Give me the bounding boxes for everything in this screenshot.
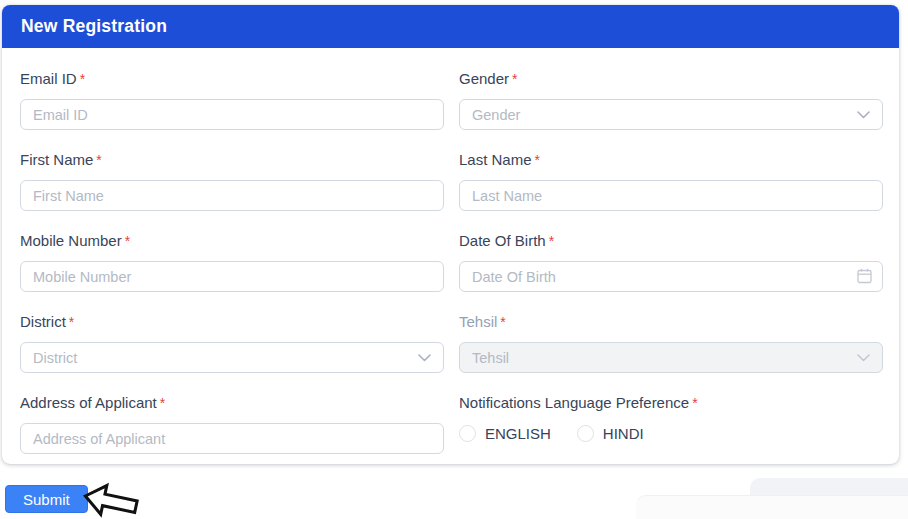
registration-form: Email ID* Gender* Gender First Name*	[2, 48, 899, 454]
radio-circle-icon[interactable]	[459, 425, 476, 442]
background-panel-fragment	[636, 495, 908, 519]
required-asterisk: *	[69, 314, 74, 330]
district-select-placeholder: District	[33, 350, 410, 366]
mobile-label-text: Mobile Number	[20, 232, 122, 249]
field-dob: Date Of Birth*	[459, 232, 883, 292]
calendar-icon[interactable]	[857, 268, 872, 284]
submit-button[interactable]: Submit	[5, 485, 88, 513]
arrow-annotation-icon	[81, 480, 140, 519]
chevron-down-icon	[418, 354, 431, 362]
field-mobile: Mobile Number*	[20, 232, 444, 292]
gender-select[interactable]: Gender	[459, 99, 883, 130]
address-label-text: Address of Applicant	[20, 394, 157, 411]
radio-english-label: ENGLISH	[485, 425, 551, 442]
first-name-label: First Name*	[20, 151, 444, 168]
mobile-input[interactable]	[20, 261, 444, 292]
field-first-name: First Name*	[20, 151, 444, 211]
radio-circle-icon[interactable]	[577, 425, 594, 442]
address-label: Address of Applicant*	[20, 394, 444, 411]
field-district: District* District	[20, 313, 444, 373]
last-name-label-text: Last Name	[459, 151, 532, 168]
first-name-label-text: First Name	[20, 151, 93, 168]
gender-label: Gender*	[459, 70, 883, 87]
chevron-down-icon	[857, 111, 870, 119]
form-grid: Email ID* Gender* Gender First Name*	[20, 70, 883, 454]
gender-select-placeholder: Gender	[472, 107, 849, 123]
page-title: New Registration	[21, 16, 167, 37]
dob-label: Date Of Birth*	[459, 232, 883, 249]
language-preference-label: Notifications Language Preference*	[459, 394, 883, 411]
field-language-preference: Notifications Language Preference* ENGLI…	[459, 394, 883, 454]
required-asterisk: *	[96, 152, 101, 168]
dob-input-wrap	[459, 261, 883, 292]
required-asterisk: *	[512, 71, 517, 87]
required-asterisk: *	[535, 152, 540, 168]
radio-english[interactable]: ENGLISH	[459, 425, 551, 442]
registration-card: New Registration Email ID* Gender* Gende…	[2, 5, 899, 464]
tehsil-label-text: Tehsil	[459, 313, 497, 330]
tehsil-label: Tehsil*	[459, 313, 883, 330]
card-header: New Registration	[2, 5, 899, 48]
radio-hindi-label: HINDI	[603, 425, 644, 442]
chevron-down-icon	[857, 354, 870, 362]
field-tehsil: Tehsil* Tehsil	[459, 313, 883, 373]
page: New Registration Email ID* Gender* Gende…	[0, 0, 908, 519]
last-name-label: Last Name*	[459, 151, 883, 168]
district-label-text: District	[20, 313, 66, 330]
dob-input[interactable]	[459, 261, 883, 292]
language-preference-label-text: Notifications Language Preference	[459, 394, 689, 411]
field-email: Email ID*	[20, 70, 444, 130]
required-asterisk: *	[160, 395, 165, 411]
first-name-input[interactable]	[20, 180, 444, 211]
required-asterisk: *	[80, 71, 85, 87]
field-address: Address of Applicant*	[20, 394, 444, 454]
radio-hindi[interactable]: HINDI	[577, 425, 644, 442]
last-name-input[interactable]	[459, 180, 883, 211]
district-select[interactable]: District	[20, 342, 444, 373]
required-asterisk: *	[125, 233, 130, 249]
dob-label-text: Date Of Birth	[459, 232, 546, 249]
email-label: Email ID*	[20, 70, 444, 87]
field-last-name: Last Name*	[459, 151, 883, 211]
required-asterisk: *	[549, 233, 554, 249]
field-gender: Gender* Gender	[459, 70, 883, 130]
language-radio-group: ENGLISH HINDI	[459, 425, 883, 442]
email-label-text: Email ID	[20, 70, 77, 87]
tehsil-select-placeholder: Tehsil	[472, 350, 849, 366]
mobile-label: Mobile Number*	[20, 232, 444, 249]
gender-label-text: Gender	[459, 70, 509, 87]
district-label: District*	[20, 313, 444, 330]
tehsil-select: Tehsil	[459, 342, 883, 373]
required-asterisk: *	[500, 314, 505, 330]
required-asterisk: *	[692, 395, 697, 411]
address-input[interactable]	[20, 423, 444, 454]
email-input[interactable]	[20, 99, 444, 130]
